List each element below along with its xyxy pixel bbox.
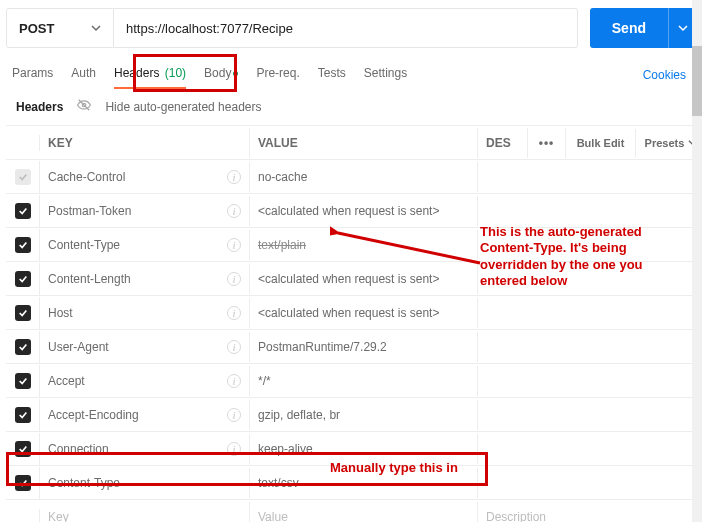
header-value-text: */*	[258, 374, 271, 388]
header-value-text: text/csv	[258, 476, 299, 490]
headers-section-title: Headers	[16, 100, 63, 114]
header-desc-cell[interactable]	[478, 373, 702, 389]
dot-indicator-icon	[233, 71, 238, 76]
chevron-down-icon	[91, 21, 101, 36]
table-row: Postman-Tokeni<calculated when request i…	[6, 194, 696, 228]
header-key-cell[interactable]: Connectioni	[40, 434, 250, 464]
row-checkbox[interactable]	[15, 407, 31, 423]
header-key-cell[interactable]: User-Agenti	[40, 332, 250, 362]
annotation-text-manual: Manually type this in	[330, 460, 458, 476]
row-checkbox[interactable]	[15, 237, 31, 253]
header-value-text: <calculated when request is sent>	[258, 306, 439, 320]
header-key-cell[interactable]: Accepti	[40, 366, 250, 396]
header-key-text: Content-Type	[48, 476, 120, 490]
header-value-cell[interactable]: PostmanRuntime/7.29.2	[250, 332, 478, 362]
new-header-row[interactable]: Key Value Description	[6, 500, 696, 522]
tab-settings[interactable]: Settings	[364, 62, 407, 88]
bulk-edit-button[interactable]: Bulk Edit	[566, 129, 636, 157]
table-row: Accepti*/*	[6, 364, 696, 398]
tab-tests[interactable]: Tests	[318, 62, 346, 88]
header-key-text: User-Agent	[48, 340, 109, 354]
header-key-text: Host	[48, 306, 73, 320]
presets-label: Presets	[645, 137, 685, 149]
col-key: KEY	[40, 128, 250, 158]
header-key-cell[interactable]: Accept-Encodingi	[40, 400, 250, 430]
info-icon[interactable]: i	[227, 204, 241, 218]
row-checkbox[interactable]	[15, 203, 31, 219]
header-value-cell[interactable]: no-cache	[250, 162, 478, 192]
header-key-cell[interactable]: Content-Lengthi	[40, 264, 250, 294]
header-key-cell[interactable]: Hosti	[40, 298, 250, 328]
header-desc-cell[interactable]	[478, 169, 702, 185]
tab-auth[interactable]: Auth	[71, 62, 96, 88]
tab-prereq[interactable]: Pre-req.	[256, 62, 299, 88]
tab-body[interactable]: Body	[204, 62, 238, 88]
header-value-text: no-cache	[258, 170, 307, 184]
row-checkbox[interactable]	[15, 169, 31, 185]
info-icon[interactable]: i	[227, 442, 241, 456]
header-value-cell[interactable]: text/plain	[250, 230, 478, 260]
info-icon[interactable]: i	[227, 306, 241, 320]
row-checkbox[interactable]	[15, 373, 31, 389]
http-method-label: POST	[19, 21, 54, 36]
annotation-text-override: This is the auto-generated Content-Type.…	[480, 224, 680, 289]
header-key-text: Content-Length	[48, 272, 131, 286]
eye-off-icon	[77, 98, 91, 115]
send-button[interactable]: Send	[590, 8, 668, 48]
cookies-link[interactable]: Cookies	[643, 68, 690, 82]
tab-headers-count: (10)	[165, 66, 186, 80]
header-key-cell[interactable]: Cache-Controli	[40, 162, 250, 192]
header-value-cell[interactable]: gzip, deflate, br	[250, 400, 478, 430]
tab-params[interactable]: Params	[12, 62, 53, 88]
info-icon[interactable]: i	[227, 272, 241, 286]
row-checkbox[interactable]	[15, 475, 31, 491]
header-value-cell[interactable]: <calculated when request is sent>	[250, 298, 478, 328]
new-key-input[interactable]: Key	[40, 502, 250, 523]
request-url-input[interactable]	[114, 8, 578, 48]
header-value-text: keep-alive	[258, 442, 313, 456]
table-row: Cache-Controlino-cache	[6, 160, 696, 194]
header-value-cell[interactable]: <calculated when request is sent>	[250, 264, 478, 294]
info-icon[interactable]: i	[227, 170, 241, 184]
header-value-text: gzip, deflate, br	[258, 408, 340, 422]
new-value-input[interactable]: Value	[250, 502, 478, 523]
header-desc-cell[interactable]	[478, 407, 702, 423]
more-options-button[interactable]: •••	[528, 128, 566, 158]
tab-headers-label: Headers	[114, 66, 159, 80]
table-row: Hosti<calculated when request is sent>	[6, 296, 696, 330]
hide-autogen-toggle[interactable]: Hide auto-generated headers	[105, 100, 261, 114]
header-desc-cell[interactable]	[478, 305, 702, 321]
table-row: User-AgentiPostmanRuntime/7.29.2	[6, 330, 696, 364]
tab-headers[interactable]: Headers (10)	[114, 62, 186, 88]
header-desc-cell[interactable]	[478, 339, 702, 355]
request-tabs: Params Auth Headers (10) Body Pre-req. T…	[6, 58, 696, 88]
header-key-text: Accept-Encoding	[48, 408, 139, 422]
header-key-text: Postman-Token	[48, 204, 131, 218]
header-desc-cell[interactable]	[478, 441, 702, 457]
new-desc-input[interactable]: Description	[478, 502, 702, 523]
info-icon[interactable]: i	[227, 340, 241, 354]
http-method-select[interactable]: POST	[6, 8, 114, 48]
header-key-text: Cache-Control	[48, 170, 125, 184]
row-checkbox[interactable]	[15, 305, 31, 321]
row-checkbox[interactable]	[15, 271, 31, 287]
header-value-cell[interactable]: <calculated when request is sent>	[250, 196, 478, 226]
header-key-cell[interactable]: Content-Typei	[40, 230, 250, 260]
info-icon[interactable]: i	[227, 408, 241, 422]
header-key-cell[interactable]: Content-Type	[40, 468, 250, 498]
header-value-text: text/plain	[258, 238, 306, 252]
row-checkbox[interactable]	[15, 339, 31, 355]
table-row: Accept-Encodingigzip, deflate, br	[6, 398, 696, 432]
header-key-cell[interactable]: Postman-Tokeni	[40, 196, 250, 226]
row-checkbox[interactable]	[15, 441, 31, 457]
header-desc-cell[interactable]	[478, 475, 702, 491]
header-value-text: <calculated when request is sent>	[258, 272, 439, 286]
header-desc-cell[interactable]	[478, 203, 702, 219]
tab-body-label: Body	[204, 66, 231, 80]
header-value-cell[interactable]: keep-alive	[250, 434, 478, 464]
info-icon[interactable]: i	[227, 238, 241, 252]
header-key-text: Accept	[48, 374, 85, 388]
scrollbar-thumb[interactable]	[692, 46, 702, 116]
info-icon[interactable]: i	[227, 374, 241, 388]
header-value-cell[interactable]: */*	[250, 366, 478, 396]
